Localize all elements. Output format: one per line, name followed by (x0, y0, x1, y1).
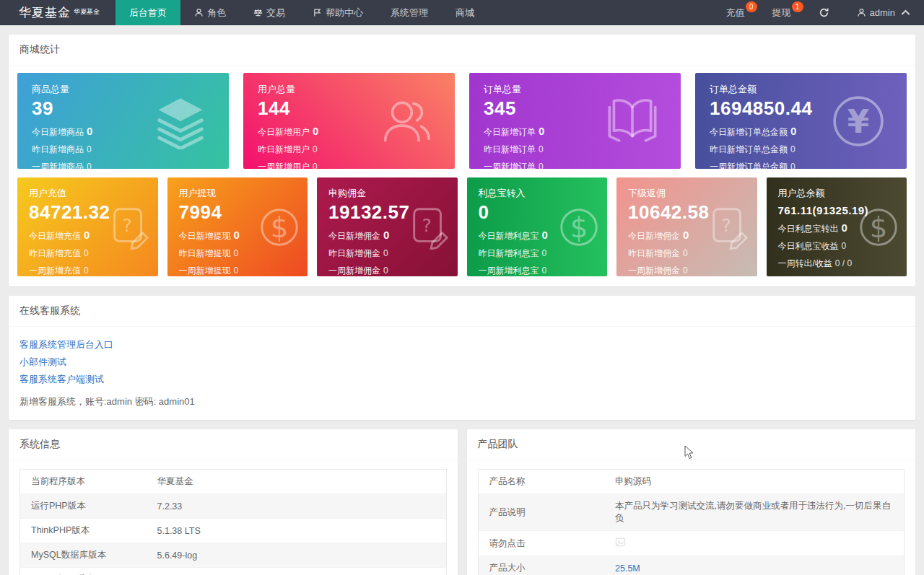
nav-item-label: 角色 (207, 6, 226, 19)
card-stat-line: 昨日新增佣金0 (628, 247, 746, 260)
withdraw-badge: 1 (792, 1, 803, 12)
main-menu: 后台首页 角色 交易 帮助中心 系统管理 商城 (116, 0, 488, 25)
row-label: 产品名称 (478, 470, 604, 494)
stat-card-orders[interactable]: 订单总量 345 今日新增订单0 昨日新增订单0 一周新增订单0 (469, 73, 681, 169)
product-team-title: 产品团队 (467, 429, 916, 460)
app-logo-text: 华夏基金 (19, 4, 71, 21)
card-title: 下级返佣 (628, 187, 746, 200)
row-value: 华夏基金 (147, 470, 447, 494)
service-admin-entry-link[interactable]: 客服系统管理后台入口 (19, 338, 905, 351)
doc-question-icon (707, 205, 751, 250)
blocked-image-icon[interactable] (615, 537, 626, 548)
service-client-test-link[interactable]: 客服系统客户端测试 (19, 373, 905, 386)
row-value: 5.1.38 LTS (147, 519, 447, 543)
system-info-title: 系统信息 (9, 429, 458, 460)
card-stat-line: 一周新增订单0 (484, 161, 666, 169)
stats-row-1: 商品总量 39 今日新增商品0 昨日新增商品0 一周新增商品0 用户总量 144… (17, 73, 907, 169)
card-stat-line: 一周新增商品0 (32, 161, 214, 169)
card-stat-line: 一周新增充值0 (29, 265, 147, 276)
card-stat-line: 一周新增用户0 (258, 161, 440, 169)
nav-item-label: 帮助中心 (326, 6, 363, 19)
stat-card-users[interactable]: 用户总量 144 今日新增用户0 昨日新增用户0 一周新增用户0 (243, 73, 455, 169)
service-account-note: 新增客服系统，账号:admin 密码: admin01 (19, 395, 905, 408)
product-team-panel: 产品团队 产品名称申购源码 产品说明本产品只为学习测试交流,请勿要做商业或者用于… (467, 429, 916, 575)
app-logo[interactable]: 华夏基金 华夏基金 (0, 0, 116, 25)
top-navbar: 华夏基金 华夏基金 后台首页 角色 交易 帮助中心 系统管理 商城 充值 0 (0, 0, 924, 25)
card-stat-line: 昨日新增提现0 (179, 247, 297, 260)
stat-card-order-amount[interactable]: 订单总金额 1694850.44 今日新增订单总金额0 昨日新增订单总金额0 一… (695, 73, 907, 169)
row-value: 7.2.33 (147, 494, 447, 519)
chevron-up-icon (901, 8, 910, 17)
stat-card-interest-in[interactable]: 利息宝转入 0 今日新增利息宝0 昨日新增利息宝0 一周新增利息宝0 (467, 177, 608, 276)
row-label: 运行PHP版本 (20, 494, 147, 519)
row-label: 产品说明 (478, 494, 604, 531)
withdraw-button[interactable]: 提现 1 (759, 0, 805, 25)
card-stat-line: 一周新增提现0 (179, 265, 297, 276)
stat-card-sub-rebate[interactable]: 下级返佣 10642.58 今日新增佣金0 昨日新增佣金0 一周新增佣金0 (616, 177, 757, 276)
nav-item-system-manage[interactable]: 系统管理 (377, 0, 442, 25)
recharge-badge: 0 (746, 1, 757, 12)
person-icon (857, 8, 866, 17)
nav-item-label: 系统管理 (391, 6, 428, 19)
row-label: 服务器操作系统 (20, 568, 147, 575)
system-info-panel: 系统信息 当前程序版本华夏基金 运行PHP版本7.2.33 ThinkPHP版本… (9, 429, 458, 575)
table-row: ThinkPHP版本5.1.38 LTS (20, 519, 447, 543)
nav-item-label: 交易 (266, 6, 285, 19)
dollar-circle-icon (257, 205, 302, 250)
online-service-title: 在线客服系统 (9, 296, 915, 327)
recharge-button[interactable]: 充值 0 (712, 0, 759, 25)
card-stat-line: 昨日新增充值0 (29, 247, 147, 260)
row-label: 产品大小 (478, 556, 604, 575)
card-title: 申购佣金 (328, 187, 446, 200)
book-icon (604, 93, 661, 149)
system-info-table: 当前程序版本华夏基金 运行PHP版本7.2.33 ThinkPHP版本5.1.3… (19, 469, 447, 575)
refresh-button[interactable] (805, 0, 843, 25)
withdraw-label: 提现 (772, 6, 791, 19)
table-row: 产品大小25.5M (478, 556, 905, 575)
nav-item-help-center[interactable]: 帮助中心 (299, 0, 377, 25)
row-label: 请勿点击 (478, 531, 604, 556)
card-title: 用户充值 (29, 187, 147, 200)
card-stat-line: 一周新增佣金0 (628, 265, 746, 276)
stats-cards-body: 商品总量 39 今日新增商品0 昨日新增商品0 一周新增商品0 用户总量 144… (9, 66, 915, 286)
bottom-panels: 系统信息 当前程序版本华夏基金 运行PHP版本7.2.33 ThinkPHP版本… (9, 429, 915, 575)
card-stat-line: 一周新增订单总金额0 (710, 161, 892, 169)
product-size-link[interactable]: 25.5M (615, 563, 640, 574)
nav-item-mall[interactable]: 商城 (442, 0, 488, 25)
nav-item-roles[interactable]: 角色 (180, 0, 240, 25)
table-row: 运行PHP版本7.2.33 (20, 494, 447, 519)
product-team-table: 产品名称申购源码 产品说明本产品只为学习测试交流,请勿要做商业或者用于违法行为,… (478, 469, 905, 575)
stat-card-recharge[interactable]: 用户充值 84721.32 今日新增充值0 昨日新增充值0 一周新增充值0 (17, 177, 158, 276)
dollar-circle-icon (557, 205, 601, 250)
card-title: 用户总余额 (778, 187, 896, 200)
card-stat-line: 昨日新增利息宝0 (479, 247, 596, 260)
nav-item-trade[interactable]: 交易 (240, 0, 299, 25)
users-icon (378, 93, 435, 149)
app-logo-sup: 华夏基金 (74, 7, 100, 17)
person-icon (194, 8, 204, 17)
stats-row-2: 用户充值 84721.32 今日新增充值0 昨日新增充值0 一周新增充值0 用户… (17, 177, 907, 276)
doc-question-icon (108, 205, 152, 250)
user-menu[interactable]: admin (843, 0, 924, 25)
mall-stats-title: 商城统计 (9, 35, 915, 66)
navbar-right: 充值 0 提现 1 admin (712, 0, 924, 25)
table-row: 产品名称申购源码 (478, 470, 905, 494)
table-row: 请勿点击 (478, 531, 905, 556)
card-stat-line: 一周新增佣金0 (328, 265, 446, 276)
nav-item-dashboard[interactable]: 后台首页 (116, 0, 180, 25)
stat-card-subscribe-commission[interactable]: 申购佣金 19132.57 今日新增佣金0 昨日新增佣金0 一周新增佣金0 (317, 177, 458, 276)
row-value: 申购源码 (604, 470, 905, 494)
card-title: 用户提现 (179, 187, 297, 200)
row-value: 25.5M (604, 556, 905, 575)
card-title: 利息宝转入 (479, 187, 596, 200)
row-value: Linux (147, 568, 447, 575)
stat-card-products[interactable]: 商品总量 39 今日新增商品0 昨日新增商品0 一周新增商品0 (17, 73, 229, 169)
row-label: ThinkPHP版本 (20, 519, 147, 543)
widget-test-link[interactable]: 小部件测试 (19, 356, 905, 369)
scale-icon (253, 8, 263, 17)
row-label: MySQL数据库版本 (20, 543, 147, 568)
table-row: 服务器操作系统Linux (20, 568, 447, 575)
stat-card-withdraw[interactable]: 用户提现 7994 今日新增提现0 昨日新增提现0 一周新增提现0 (167, 177, 308, 276)
card-stat-line: 一周新增利息宝0 (479, 265, 596, 276)
stat-card-user-balance[interactable]: 用户总余额 761.11(91325.19) 今日利息宝转出0 今日利息宝收益0… (767, 177, 907, 276)
